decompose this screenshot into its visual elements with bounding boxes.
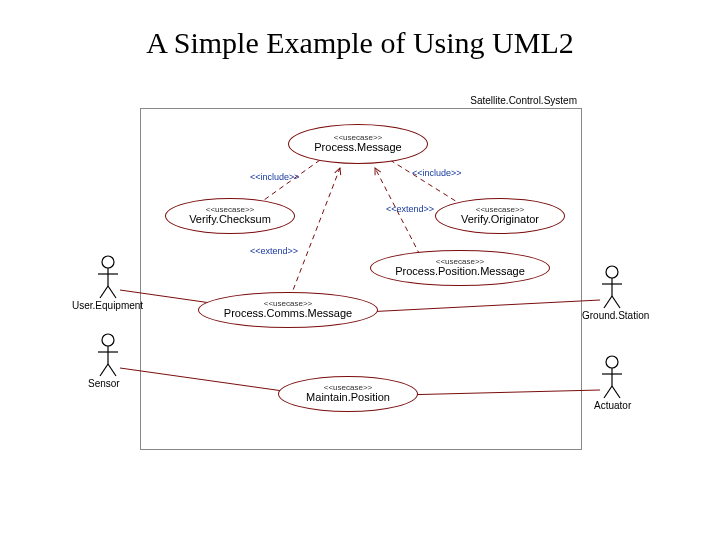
svg-line-8 <box>100 364 108 376</box>
rel-label-extend-right: <<extend>> <box>386 204 434 214</box>
usecase-maintain-position: <<usecase>> Maintain.Position <box>278 376 418 412</box>
svg-point-10 <box>606 266 618 278</box>
svg-line-13 <box>604 296 612 308</box>
actor-actuator-label: Actuator <box>594 400 631 411</box>
svg-point-0 <box>102 256 114 268</box>
usecase-label: Process.Message <box>314 142 401 154</box>
svg-line-3 <box>100 286 108 298</box>
actor-sensor-label: Sensor <box>88 378 120 389</box>
usecase-label: Maintain.Position <box>306 392 390 404</box>
usecase-label: Process.Position.Message <box>395 266 525 278</box>
svg-line-19 <box>612 386 620 398</box>
usecase-label: Verify.Originator <box>461 214 539 226</box>
svg-line-9 <box>108 364 116 376</box>
svg-line-4 <box>108 286 116 298</box>
usecase-label: Verify.Checksum <box>189 214 271 226</box>
rel-label-include-left: <<include>> <box>250 172 300 182</box>
svg-line-14 <box>612 296 620 308</box>
usecase-process-message: <<usecase>> Process.Message <box>288 124 428 164</box>
slide-title: A Simple Example of Using UML2 <box>0 26 720 60</box>
usecase-process-comms-message: <<usecase>> Process.Comms.Message <box>198 292 378 328</box>
actor-actuator-icon <box>602 356 622 398</box>
svg-line-18 <box>604 386 612 398</box>
actor-ground-station-label: Ground.Station <box>582 310 649 321</box>
svg-point-15 <box>606 356 618 368</box>
actor-user-equipment-icon <box>98 256 118 298</box>
system-boundary-label: Satellite.Control.System <box>470 95 577 106</box>
rel-label-extend-left: <<extend>> <box>250 246 298 256</box>
usecase-label: Process.Comms.Message <box>224 308 352 320</box>
actor-user-equipment-label: User.Equipment <box>72 300 143 311</box>
rel-label-include-right: <<include>> <box>412 168 462 178</box>
usecase-process-position-message: <<usecase>> Process.Position.Message <box>370 250 550 286</box>
usecase-verify-checksum: <<usecase>> Verify.Checksum <box>165 198 295 234</box>
svg-point-5 <box>102 334 114 346</box>
usecase-verify-originator: <<usecase>> Verify.Originator <box>435 198 565 234</box>
slide: A Simple Example of Using UML2 Satellite… <box>0 0 720 540</box>
actor-ground-station-icon <box>602 266 622 308</box>
actor-sensor-icon <box>98 334 118 376</box>
